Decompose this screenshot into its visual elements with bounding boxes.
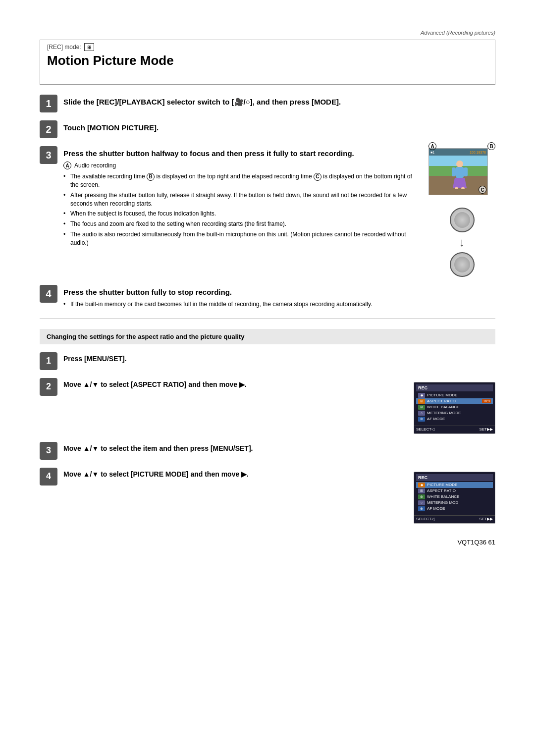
divider <box>40 319 495 319</box>
sub-step-3-content: Move ▲/▼ to select the item and then pre… <box>63 442 495 457</box>
sub-step-3: 3 Move ▲/▼ to select the item and then p… <box>40 442 495 460</box>
info-box: Changing the settings for the aspect rat… <box>40 329 495 344</box>
shutter-inner-bottom <box>454 257 470 272</box>
menu-1-row-1: ◆ PICTURE MODE <box>416 392 493 398</box>
svg-rect-2 <box>452 167 456 176</box>
step-1-content: Slide the [REC]/[PLAYBACK] selector swit… <box>63 95 495 110</box>
menu-1-label-4: METERING MODE <box>427 411 489 415</box>
sub-step-4-content: Move ▲/▼ to select [PICTURE MODE] and th… <box>63 468 495 524</box>
menu-1-icon-1: ◆ <box>418 393 425 398</box>
menu-1-select: SELECT◁ <box>416 427 434 432</box>
menu-1-row-3: ⊛ WHITE BALANCE <box>416 404 493 410</box>
sub-step-4-title: Move ▲/▼ to select [PICTURE MODE] and th… <box>63 470 404 480</box>
menu-2-row-1: ◆ PICTURE MODE <box>416 482 493 488</box>
menu-2-label-2: ASPECT RATIO <box>427 488 489 493</box>
page-title: Motion Picture Mode <box>47 53 488 68</box>
label-a: A <box>428 142 436 150</box>
sub-step-1: 1 Press [MENU/SET]. <box>40 352 495 370</box>
page-number: VQT1Q36 61 <box>40 539 495 546</box>
menu-1-label-1: PICTURE MODE <box>427 393 489 397</box>
step-3-note-5: The audio is also recorded simultaneousl… <box>63 230 421 247</box>
menu-2-icon-3: ⊛ <box>418 494 425 499</box>
top-caption: Advanced (Recording pictures) <box>40 30 495 36</box>
menu-2-icon-5: ⊕ <box>418 506 425 511</box>
step-3-title: Press the shutter button halfway to focu… <box>63 148 421 159</box>
camera-photo: A B ■1 100:18378 <box>428 143 495 197</box>
person-svg <box>450 160 470 190</box>
svg-marker-4 <box>453 178 467 188</box>
menu-2-icon-4: ○ <box>418 500 425 505</box>
rec-mode-icon: ⊞ <box>84 43 94 51</box>
step-3-notes: The available recording time B is displa… <box>63 172 421 247</box>
menu-2-bottom: SELECT◁ SET▶▶ <box>414 515 495 521</box>
step-3-note-3: When the subject is focused, the focus i… <box>63 210 421 218</box>
menu-2-icon-1: ◆ <box>418 483 425 487</box>
circle-a: A <box>63 162 71 169</box>
menu-2-label-5: AF MODE <box>427 506 489 511</box>
menu-1-label-5: AF MODE <box>427 417 489 421</box>
step-3-note-4: The focus and zoom are fixed to the sett… <box>63 220 421 228</box>
menu-1-val-2: 16:9 <box>482 399 491 403</box>
step-2-number: 2 <box>40 120 57 138</box>
step-4-number: 4 <box>40 285 57 303</box>
shutter-inner-top <box>454 212 470 228</box>
sub-step-4-text: Move ▲/▼ to select [PICTURE MODE] and th… <box>63 470 404 483</box>
menu-screenshot-2: REC ◆ PICTURE MODE ⊞ ASPECT RATIO ⊛ WHIT… <box>414 472 495 524</box>
sub-step-2-image: REC ◆ PICTURE MODE ⊞ ASPECT RATIO 16:9 ⊛… <box>414 382 495 434</box>
step-3-number: 3 <box>40 146 57 164</box>
menu-1-label-2: ASPECT RATIO <box>427 399 480 403</box>
step-3-note-1: The available recording time B is displa… <box>63 172 421 189</box>
svg-rect-1 <box>456 167 464 178</box>
audio-recording-label: Audio recording <box>74 162 116 169</box>
step-3-left: Press the shutter button halfway to focu… <box>63 148 421 277</box>
sub-step-1-number: 1 <box>40 352 57 370</box>
sub-step-2-content: Move ▲/▼ to select [ASPECT RATIO] and th… <box>63 378 495 434</box>
menu-2-row-2: ⊞ ASPECT RATIO <box>416 488 493 494</box>
step-1-number: 1 <box>40 95 57 112</box>
sub-step-1-content: Press [MENU/SET]. <box>63 352 495 367</box>
down-arrow: ↓ <box>459 236 465 248</box>
menu-1-row-5: ⊕ AF MODE <box>416 416 493 422</box>
sub-step-2-wrapper: Move ▲/▼ to select [ASPECT RATIO] and th… <box>63 380 495 434</box>
step-3-note-2: After pressing the shutter button fully,… <box>63 191 421 208</box>
step-1: 1 Slide the [REC]/[PLAYBACK] selector sw… <box>40 95 495 112</box>
rec-mode-box: [REC] mode: ⊞ Motion Picture Mode <box>40 40 495 85</box>
menu-2-row-4: ○ METERING MOD <box>416 500 493 506</box>
step-3-note-a: A Audio recording <box>63 162 421 169</box>
sub-step-1-title: Press [MENU/SET]. <box>63 354 495 364</box>
step-4-note-1: If the built-in memory or the card becom… <box>63 300 495 309</box>
step-3-wrapper: Press the shutter button halfway to focu… <box>63 148 495 277</box>
menu-1-row-4: ○ METERING MODE <box>416 410 493 416</box>
menu-2-header: REC <box>416 474 493 481</box>
sub-step-4: 4 Move ▲/▼ to select [PICTURE MODE] and … <box>40 468 495 524</box>
sub-step-2-number: 2 <box>40 378 57 396</box>
menu-1-icon-5: ⊕ <box>418 417 425 422</box>
menu-1-set: SET▶▶ <box>479 427 493 432</box>
rec-mode-line: [REC] mode: ⊞ <box>47 43 488 51</box>
sub-step-2-title: Move ▲/▼ to select [ASPECT RATIO] and th… <box>63 380 404 390</box>
svg-rect-6 <box>461 187 465 189</box>
menu-1-icon-3: ⊛ <box>418 405 425 410</box>
step-4: 4 Press the shutter button fully to stop… <box>40 285 495 311</box>
sub-step-2: 2 Move ▲/▼ to select [ASPECT RATIO] and … <box>40 378 495 434</box>
step-2-content: Touch [MOTION PICTURE]. <box>63 120 495 136</box>
menu-2-row-5: ⊕ AF MODE <box>416 506 493 512</box>
svg-rect-3 <box>464 167 468 176</box>
photo-frame: ■1 100:18378 <box>428 148 488 195</box>
step-4-title: Press the shutter button fully to stop r… <box>63 287 495 297</box>
step-1-title: Slide the [REC]/[PLAYBACK] selector swit… <box>63 97 495 108</box>
label-c-overlay: C <box>479 186 486 194</box>
menu-2-select: SELECT◁ <box>416 517 434 521</box>
shutter-button-bottom <box>450 252 475 277</box>
sub-step-2-text: Move ▲/▼ to select [ASPECT RATIO] and th… <box>63 380 404 393</box>
step-2: 2 Touch [MOTION PICTURE]. <box>40 120 495 138</box>
menu-2-label-1: PICTURE MODE <box>427 483 487 487</box>
svg-rect-5 <box>455 187 458 189</box>
menu-2-icon-2: ⊞ <box>418 488 425 493</box>
menu-2-row-3: ⊛ WHITE BALANCE <box>416 494 493 500</box>
menu-1-icon-4: ○ <box>418 411 425 416</box>
menu-2-set: SET▶▶ <box>479 517 493 521</box>
label-b: B <box>487 142 495 150</box>
step-3-right: A B ■1 100:18378 <box>428 143 495 277</box>
menu-2-label-3: WHITE BALANCE <box>427 494 489 499</box>
